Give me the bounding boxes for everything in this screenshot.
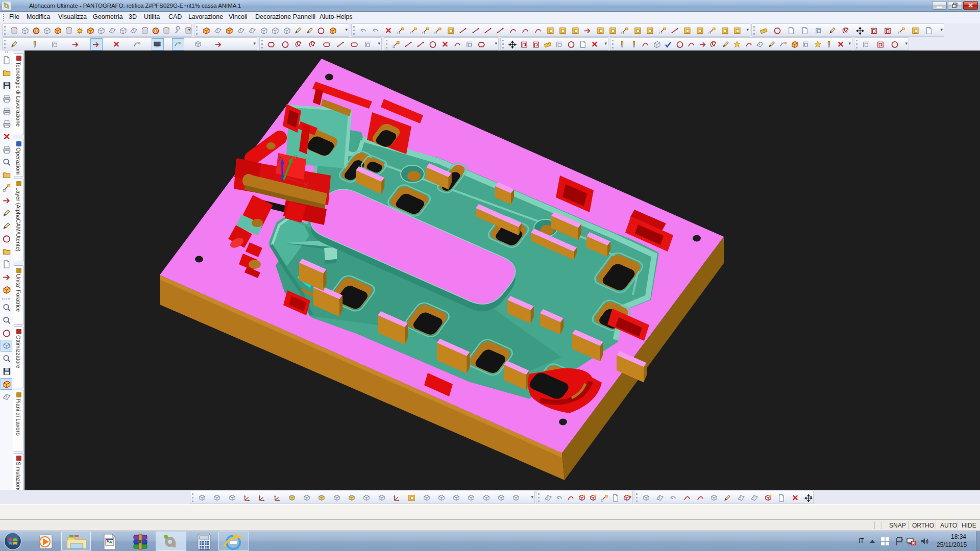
svg-text:Z: Z [278,157,281,162]
svg-text:Y: Y [294,155,298,160]
